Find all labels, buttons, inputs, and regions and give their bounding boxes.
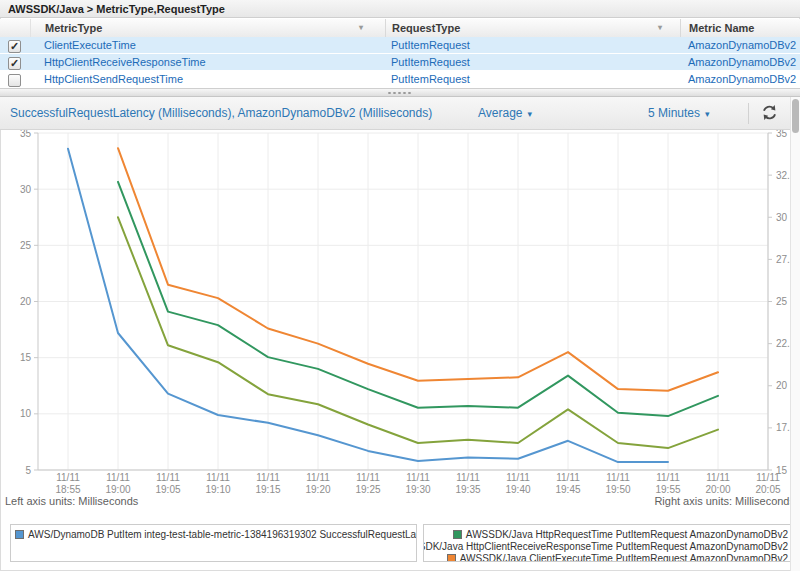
- request-type-link[interactable]: PutItemRequest: [391, 37, 470, 54]
- svg-text:19:45: 19:45: [555, 484, 580, 495]
- legend-entry: AWSSDK/Java ClientExecuteTime PutItemReq…: [428, 552, 788, 562]
- svg-text:19:00: 19:00: [105, 484, 130, 495]
- svg-text:35: 35: [776, 130, 788, 139]
- column-header-label: Metric Name: [689, 22, 754, 34]
- svg-text:11/11: 11/11: [606, 472, 630, 483]
- statistic-value: Average: [478, 106, 522, 120]
- svg-text:11/11: 11/11: [456, 472, 480, 483]
- legend-entry: AWSSDK/Java HttpClientReceiveResponseTim…: [428, 540, 788, 552]
- svg-text:19:40: 19:40: [505, 484, 530, 495]
- svg-text:11/11: 11/11: [106, 472, 130, 483]
- legend-swatch-icon: [447, 554, 456, 563]
- svg-text:20: 20: [776, 380, 788, 391]
- statistic-dropdown[interactable]: Average▾: [478, 97, 532, 130]
- metrics-breadcrumb: AWSSDK/Java > MetricType,RequestType: [0, 0, 800, 18]
- legend-right-box: AWSSDK/Java HttpRequestTime PutItemReque…: [423, 524, 793, 562]
- chevron-down-icon: ▾: [527, 109, 532, 119]
- legend-label: AWSSDK/Java HttpClientReceiveResponseTim…: [423, 541, 788, 552]
- svg-text:30: 30: [20, 184, 32, 195]
- period-dropdown[interactable]: 5 Minutes▾: [648, 97, 710, 130]
- metric-type-link[interactable]: HttpClientSendRequestTime: [44, 71, 183, 88]
- splitter-grip-icon[interactable]: [387, 91, 413, 95]
- svg-text:19:50: 19:50: [605, 484, 630, 495]
- legend-entry: AWSSDK/Java HttpRequestTime PutItemReque…: [428, 528, 788, 540]
- table-header-row: MetricType ▾ RequestType ▾ Metric Name: [0, 19, 800, 38]
- column-header-label: MetricType: [45, 22, 102, 34]
- sort-caret-icon[interactable]: ▾: [658, 19, 662, 37]
- metric-type-link[interactable]: HttpClientReceiveResponseTime: [44, 54, 206, 71]
- column-header-metric-name[interactable]: Metric Name: [680, 19, 800, 37]
- svg-text:35: 35: [20, 130, 32, 139]
- table-row[interactable]: HttpClientSendRequestTime PutItemRequest…: [0, 71, 800, 88]
- svg-text:11/11: 11/11: [406, 472, 430, 483]
- svg-text:11/11: 11/11: [206, 472, 230, 483]
- column-header-request-type[interactable]: RequestType ▾: [385, 19, 680, 37]
- column-header-label: RequestType: [392, 22, 460, 34]
- chevron-down-icon: ▾: [705, 109, 710, 119]
- svg-text:19:20: 19:20: [305, 484, 330, 495]
- svg-text:25: 25: [20, 240, 32, 251]
- metric-name-link[interactable]: AmazonDynamoDBv2: [688, 54, 796, 71]
- table-row[interactable]: ✓ ClientExecuteTime PutItemRequest Amazo…: [0, 37, 800, 54]
- request-type-link[interactable]: PutItemRequest: [391, 71, 470, 88]
- svg-text:19:30: 19:30: [405, 484, 430, 495]
- svg-text:19:55: 19:55: [655, 484, 680, 495]
- table-row[interactable]: ✓ HttpClientReceiveResponseTime PutItemR…: [0, 54, 800, 71]
- legend-left-box: AWS/DynamoDB PutItem integ-test-table-me…: [10, 524, 417, 562]
- chart-title: SuccessfulRequestLatency (Milliseconds),…: [10, 97, 432, 130]
- svg-text:11/11: 11/11: [56, 472, 80, 483]
- legend-label: AWS/DynamoDB PutItem integ-test-table-me…: [28, 529, 417, 540]
- cloudwatch-metrics-screen: AWSSDK/Java > MetricType,RequestType Met…: [0, 0, 800, 571]
- svg-text:10: 10: [20, 408, 32, 419]
- svg-text:15: 15: [776, 465, 788, 476]
- svg-text:11/11: 11/11: [506, 472, 530, 483]
- svg-text:Right axis units: Milliseconds: Right axis units: Milliseconds: [654, 495, 795, 507]
- svg-text:30: 30: [776, 212, 788, 223]
- svg-text:11/11: 11/11: [556, 472, 580, 483]
- svg-text:11/11: 11/11: [356, 472, 380, 483]
- svg-text:11/11: 11/11: [256, 472, 280, 483]
- column-header-metric-type[interactable]: MetricType ▾: [30, 19, 385, 37]
- toolbar-divider: [748, 103, 749, 124]
- svg-text:25: 25: [776, 296, 788, 307]
- refresh-icon: [761, 104, 778, 121]
- legend-entry: AWS/DynamoDB PutItem integ-test-table-me…: [15, 528, 412, 540]
- svg-text:19:35: 19:35: [455, 484, 480, 495]
- svg-text:19:25: 19:25: [355, 484, 380, 495]
- svg-text:20:00: 20:00: [705, 484, 730, 495]
- chart-toolbar: SuccessfulRequestLatency (Milliseconds),…: [0, 97, 800, 130]
- svg-text:20: 20: [20, 296, 32, 307]
- scrollbar-thumb[interactable]: [792, 99, 799, 133]
- row-checkbox[interactable]: ✓: [8, 57, 21, 70]
- svg-text:18:55: 18:55: [55, 484, 80, 495]
- metric-name-link[interactable]: AmazonDynamoDBv2: [688, 37, 796, 54]
- svg-text:5: 5: [25, 465, 31, 476]
- panel-splitter[interactable]: [0, 88, 800, 97]
- svg-text:15: 15: [20, 352, 32, 363]
- legend-swatch-icon: [15, 530, 24, 539]
- metric-type-link[interactable]: ClientExecuteTime: [44, 37, 136, 54]
- latency-chart[interactable]: 11/1118:5511/1119:0011/1119:0511/1119:10…: [0, 130, 800, 520]
- sort-caret-icon[interactable]: ▾: [359, 19, 363, 37]
- period-value: 5 Minutes: [648, 106, 700, 120]
- legend-label: AWSSDK/Java ClientExecuteTime PutItemReq…: [460, 553, 788, 563]
- row-checkbox[interactable]: ✓: [8, 40, 21, 53]
- row-checkbox[interactable]: [8, 74, 21, 87]
- svg-text:11/11: 11/11: [156, 472, 180, 483]
- legend-label: AWSSDK/Java HttpRequestTime PutItemReque…: [466, 529, 788, 540]
- svg-text:19:10: 19:10: [205, 484, 230, 495]
- svg-text:20:05: 20:05: [755, 484, 780, 495]
- svg-text:19:15: 19:15: [255, 484, 280, 495]
- scrollbar-track[interactable]: [790, 97, 800, 571]
- request-type-link[interactable]: PutItemRequest: [391, 54, 470, 71]
- svg-text:11/11: 11/11: [706, 472, 730, 483]
- svg-text:Left axis units: Milliseconds: Left axis units: Milliseconds: [5, 495, 139, 507]
- legend-swatch-icon: [453, 530, 462, 539]
- refresh-button[interactable]: [758, 104, 780, 124]
- svg-text:19:05: 19:05: [155, 484, 180, 495]
- svg-text:11/11: 11/11: [306, 472, 330, 483]
- metric-name-link[interactable]: AmazonDynamoDBv2: [688, 71, 796, 88]
- svg-text:11/11: 11/11: [656, 472, 680, 483]
